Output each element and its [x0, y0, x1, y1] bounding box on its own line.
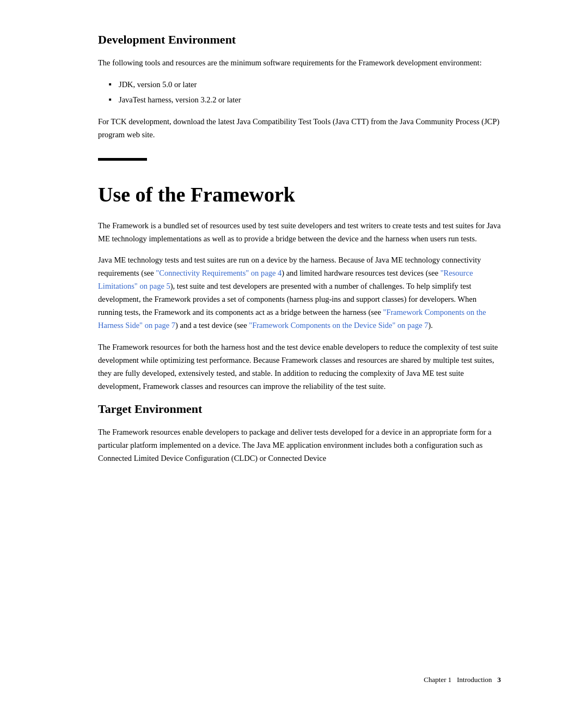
use-framework-para2: Java ME technology tests and test suites… — [98, 254, 501, 332]
page-footer: Chapter 1 Introduction 3 — [424, 675, 501, 684]
dev-environment-title: Development Environment — [98, 33, 501, 47]
list-item: JavaTest harness, version 3.2.2 or later — [109, 94, 501, 107]
footer-page-number: 3 — [498, 675, 501, 684]
section-divider — [98, 158, 147, 161]
footer-section: Introduction — [457, 675, 492, 684]
dev-environment-intro: The following tools and resources are th… — [98, 57, 501, 70]
target-environment-para1: The Framework resources enable developer… — [98, 426, 501, 465]
dev-environment-tck-note: For TCK development, download the latest… — [98, 115, 501, 142]
target-environment-section: Target Environment The Framework resourc… — [98, 402, 501, 465]
use-framework-title: Use of the Framework — [98, 182, 501, 206]
use-framework-para1: The Framework is a bundled set of resour… — [98, 220, 501, 246]
dev-environment-bullet-list: JDK, version 5.0 or later JavaTest harne… — [109, 78, 501, 107]
use-framework-para3: The Framework resources for both the har… — [98, 341, 501, 393]
use-framework-section: Use of the Framework The Framework is a … — [98, 182, 501, 393]
page: Development Environment The following to… — [0, 0, 588, 706]
connectivity-requirements-link[interactable]: "Connectivity Requirements" on page 4 — [156, 269, 281, 277]
list-item: JDK, version 5.0 or later — [109, 78, 501, 92]
target-environment-title: Target Environment — [98, 402, 501, 416]
dev-environment-section: Development Environment The following to… — [98, 33, 501, 142]
device-side-link[interactable]: "Framework Components on the Device Side… — [249, 321, 428, 330]
footer-chapter: Chapter 1 — [424, 675, 451, 684]
